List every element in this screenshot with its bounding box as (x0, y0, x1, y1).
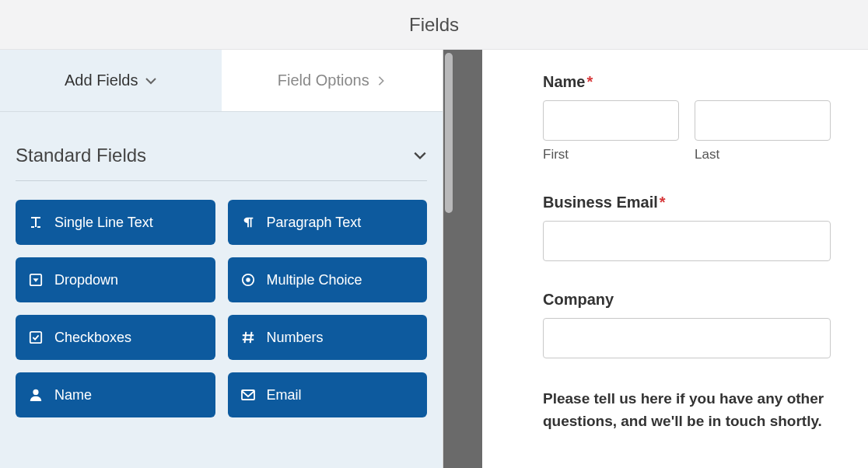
svg-rect-3 (30, 332, 41, 343)
app-header: Fields (0, 0, 868, 50)
check-square-icon (28, 330, 44, 345)
company-label: Company (543, 291, 831, 309)
field-label: Multiple Choice (267, 272, 362, 288)
field-single-line-text[interactable]: Single Line Text (16, 200, 215, 245)
text-cursor-icon (28, 215, 44, 230)
field-checkboxes[interactable]: Checkboxes (16, 315, 215, 360)
last-name-input[interactable] (695, 100, 831, 141)
name-label: Name* (543, 73, 831, 91)
tab-label: Add Fields (65, 72, 138, 89)
field-label: Single Line Text (54, 215, 153, 231)
last-sublabel: Last (695, 147, 831, 162)
tab-add-fields[interactable]: Add Fields (0, 50, 222, 111)
name-row: First Last (543, 100, 831, 162)
prompt-text: Please tell us here if you have any othe… (543, 388, 831, 432)
field-label: Paragraph Text (267, 215, 362, 231)
field-label: Numbers (267, 330, 324, 346)
chevron-down-icon (145, 75, 157, 87)
first-sublabel: First (543, 147, 679, 162)
svg-rect-5 (242, 390, 254, 400)
form-preview: Name* First Last Business Email* Company (482, 50, 868, 468)
page-title: Fields (409, 14, 459, 36)
email-label: Business Email* (543, 194, 831, 211)
field-name[interactable]: Name (16, 372, 215, 417)
paragraph-icon (240, 215, 256, 230)
main-area: Add Fields Field Options Standard Fields (0, 50, 868, 468)
field-grid: Single Line Text Paragraph Text (16, 200, 427, 417)
email-input[interactable] (543, 221, 831, 261)
form-field-name[interactable]: Name* First Last (543, 73, 831, 162)
section-header-standard[interactable]: Standard Fields (16, 127, 427, 181)
panel-tabs: Add Fields Field Options (0, 50, 443, 112)
field-label: Name (54, 387, 92, 403)
first-name-input[interactable] (543, 100, 679, 141)
tab-label: Field Options (278, 72, 369, 89)
fields-panel: Add Fields Field Options Standard Fields (0, 50, 443, 468)
form-field-company[interactable]: Company (543, 291, 831, 358)
chevron-down-icon (413, 148, 427, 162)
company-input[interactable] (543, 318, 831, 358)
field-label: Dropdown (54, 272, 118, 288)
tab-field-options[interactable]: Field Options (222, 50, 443, 111)
required-asterisk: * (586, 73, 593, 90)
field-label: Email (267, 387, 302, 403)
required-asterisk: * (660, 194, 666, 211)
bullseye-icon (240, 272, 256, 288)
user-icon (28, 387, 44, 403)
hashtag-icon (240, 330, 256, 345)
caret-square-down-icon (28, 272, 44, 288)
scrollbar-thumb[interactable] (445, 53, 453, 213)
field-numbers[interactable]: Numbers (228, 315, 428, 360)
section-title: Standard Fields (16, 145, 146, 166)
field-multiple-choice[interactable]: Multiple Choice (228, 257, 428, 302)
form-field-email[interactable]: Business Email* (543, 194, 831, 261)
field-paragraph-text[interactable]: Paragraph Text (228, 200, 428, 245)
chevron-right-icon (376, 75, 387, 86)
field-email[interactable]: Email (228, 372, 428, 417)
envelope-icon (240, 387, 256, 403)
panel-body: Standard Fields Single Line Text (0, 112, 443, 433)
svg-point-2 (246, 278, 250, 281)
field-label: Checkboxes (54, 330, 131, 346)
svg-point-4 (33, 389, 38, 395)
field-dropdown[interactable]: Dropdown (16, 257, 215, 302)
